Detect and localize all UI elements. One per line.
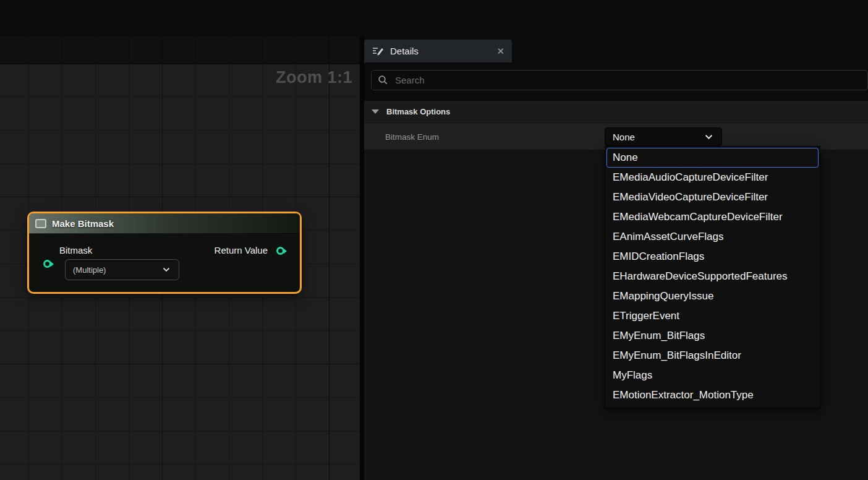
enum-option[interactable]: EMediaWebcamCaptureDeviceFilter	[605, 207, 820, 227]
bitmask-value-dropdown[interactable]: (Multiple)	[65, 259, 179, 280]
enum-option[interactable]: EMyEnum_BitFlags	[605, 326, 820, 346]
bitmask-input-pin[interactable]	[43, 260, 51, 268]
bitmask-enum-label: Bitmask Enum	[385, 132, 439, 141]
node-body: Bitmask Return Value (Multiple)	[29, 233, 300, 292]
search-bar[interactable]	[371, 70, 868, 90]
make-bitmask-node[interactable]: Make Bitmask Bitmask Return Value (Multi…	[27, 212, 302, 294]
enum-option[interactable]: EMediaVideoCaptureDeviceFilter	[605, 187, 820, 207]
chevron-down-icon	[163, 267, 170, 272]
enum-option[interactable]: EAnimAssetCurveFlags	[605, 227, 820, 247]
graph-toolbar-strip	[0, 36, 360, 64]
node-header: Make Bitmask	[29, 213, 300, 234]
close-icon[interactable]: ✕	[496, 46, 504, 57]
blueprint-graph-canvas[interactable]: Zoom 1:1 Make Bitmask Bitmask Return Val…	[0, 36, 360, 480]
details-icon	[372, 46, 384, 56]
enum-option[interactable]: EMIDCreationFlags	[605, 247, 820, 267]
enum-option[interactable]: EMappingQueryIssue	[605, 286, 820, 306]
enum-option[interactable]: EMyEnum_BitFlagsInEditor	[605, 346, 820, 366]
section-title: Bitmask Options	[386, 107, 450, 116]
top-menubar	[0, 0, 868, 36]
collapse-arrow-icon	[372, 109, 379, 114]
details-panel: Details ✕ Bitmask Options Bitmask Enum N…	[364, 36, 868, 480]
enum-option[interactable]: EHardwareDeviceSupportedFeatures	[605, 267, 820, 286]
enum-selected-value: None	[613, 132, 635, 142]
return-value-pin-label: Return Value	[215, 245, 268, 255]
bitmask-pin-label: Bitmask	[59, 245, 92, 255]
enum-options-popup: NoneEMediaAudioCaptureDeviceFilterEMedia…	[605, 146, 820, 408]
search-input[interactable]	[394, 74, 867, 86]
section-bitmask-options[interactable]: Bitmask Options	[364, 100, 868, 122]
chevron-down-icon	[705, 134, 713, 140]
return-value-output-pin[interactable]	[276, 247, 284, 255]
enum-option[interactable]: EMotionExtractor_MotionType	[605, 385, 820, 405]
enum-option[interactable]: None	[606, 148, 819, 168]
enum-option[interactable]: MyFlags	[605, 366, 820, 385]
bitmask-enum-dropdown[interactable]: None	[605, 127, 722, 146]
enum-option[interactable]: ETriggerEvent	[605, 306, 820, 326]
zoom-level-label: Zoom 1:1	[276, 68, 352, 87]
node-title: Make Bitmask	[52, 218, 114, 229]
enum-option[interactable]: EMediaAudioCaptureDeviceFilter	[605, 168, 820, 187]
tab-label: Details	[390, 46, 419, 56]
bitmask-value-text: (Multiple)	[73, 265, 106, 275]
tab-details[interactable]: Details ✕	[364, 40, 512, 62]
panel-splitter[interactable]	[360, 36, 364, 480]
struct-icon	[35, 219, 46, 228]
unreal-editor-window: Zoom 1:1 Make Bitmask Bitmask Return Val…	[0, 0, 868, 480]
search-icon	[378, 75, 388, 85]
